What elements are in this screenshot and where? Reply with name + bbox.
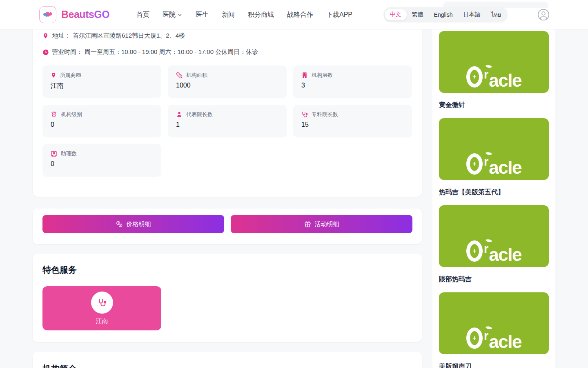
lang-option-en[interactable]: English (429, 9, 458, 20)
treatment-label: 热玛吉【美版第五代】 (439, 188, 549, 197)
ruler-icon (176, 72, 183, 79)
assistant-icon (51, 150, 57, 157)
oracle-r: r (484, 69, 488, 81)
nav-item-news[interactable]: 新闻 (222, 11, 235, 19)
coins-icon (116, 221, 123, 228)
treatments-sidebar: +racle 黄金微针 +racle 热玛吉【美版第五代】 +racle (432, 29, 555, 368)
hours-label: 营业时间： (52, 48, 82, 56)
price-detail-button[interactable]: 价格明细 (42, 215, 224, 233)
oracle-rest: acle (489, 247, 521, 262)
event-detail-button[interactable]: 活动明细 (231, 215, 412, 233)
lang-option-zh-cn[interactable]: 中文 (385, 9, 407, 20)
treatment-label: 黄金微针 (439, 101, 549, 110)
section-title: 特色服务 (42, 264, 77, 276)
page: ❤❤ BeautsGO 首页 医院 医生 新闻 积分商城 (0, 0, 588, 368)
stat-value: 1000 (176, 82, 278, 89)
nav-item-hospitals[interactable]: 医院 (163, 11, 183, 19)
stats-grid: 所属商圈 江南 机构面积 1000 机构层数 (42, 65, 412, 177)
stat-label: 机构面积 (186, 72, 207, 79)
treatment-card-ultherapy[interactable]: +racle 美版超声刀 (439, 292, 549, 368)
stat-card-floors: 机构层数 3 (293, 65, 412, 98)
treatment-image: +racle (439, 205, 549, 267)
treatment-label: 眼部热玛吉 (439, 275, 549, 284)
oracle-logo: +racle (439, 153, 549, 175)
address-value: 首尔江南区宣陵路612韩日大厦1、2、4楼 (73, 32, 185, 40)
nav-label: 战略合作 (287, 11, 313, 19)
oracle-r: r (484, 243, 488, 255)
language-switcher: 中文 繁體 English 日本語 ไทย (383, 7, 508, 22)
section-title: 机构简介 (42, 363, 77, 368)
hearts-logo-icon: ❤❤ (39, 6, 56, 23)
stat-value: 0 (51, 160, 153, 168)
location-icon (51, 72, 56, 79)
oracle-o-icon: + (466, 153, 483, 175)
address-row: 地址：首尔江南区宣陵路612韩日大厦1、2、4楼 (42, 32, 185, 40)
oracle-rest: acle (489, 160, 521, 175)
feature-label: 江南 (42, 317, 161, 325)
stethoscope-icon (91, 292, 113, 314)
nav-label: 新闻 (222, 11, 235, 19)
treatment-card-thermage-flx[interactable]: +racle 热玛吉【美版第五代】 (439, 118, 549, 197)
lang-option-zh-tw[interactable]: 繁體 (407, 9, 429, 20)
oracle-plus: + (472, 335, 476, 341)
treatment-image: +racle (439, 31, 549, 93)
stat-value: 0 (51, 121, 153, 128)
oracle-plus: + (472, 74, 476, 80)
users-icon (176, 111, 183, 118)
stat-card-head-directors: 代表院长数 1 (168, 105, 287, 137)
lang-option-ja[interactable]: 日本語 (458, 9, 486, 20)
oracle-r: r (484, 156, 488, 168)
oracle-plus: + (472, 161, 476, 167)
stat-value: 江南 (51, 82, 153, 90)
clinic-info-card: 地址：首尔江南区宣陵路612韩日大厦1、2、4楼 营业时间：周一至周五：10:0… (33, 0, 422, 197)
oracle-logo: +racle (439, 66, 549, 88)
oracle-logo: +racle (439, 240, 549, 262)
stethoscope-icon (301, 111, 308, 118)
button-label: 活动明细 (315, 220, 339, 228)
stat-card-district: 所属商圈 江南 (42, 65, 161, 98)
hours-value: 周一至周五：10:00 - 19:00 周六：10:00 - 17:00 公休周… (85, 48, 258, 56)
stat-value: 3 (301, 82, 404, 89)
nav-item-points-mall[interactable]: 积分商城 (248, 11, 274, 19)
stat-card-specialist-directors: 专科院长数 15 (293, 105, 412, 137)
nav-label: 医院 (163, 11, 176, 19)
stat-label: 机构层数 (312, 72, 333, 79)
stat-label: 专科院长数 (312, 111, 338, 118)
stat-label: 助理数 (61, 150, 77, 157)
stat-label: 机构级别 (61, 111, 82, 118)
nav-item-doctors[interactable]: 医生 (196, 11, 209, 19)
oracle-rest: acle (489, 334, 521, 349)
oracle-logo: +racle (439, 328, 549, 349)
actions-card: 价格明细 活动明细 (33, 209, 422, 244)
stat-card-assistants: 助理数 0 (42, 144, 161, 177)
chevron-down-icon (177, 12, 183, 18)
location-icon (42, 32, 49, 39)
oracle-o-icon: + (466, 328, 483, 349)
treatment-card-eye-thermage[interactable]: +racle 眼部热玛吉 (439, 205, 549, 284)
oracle-plus: + (472, 248, 476, 254)
brand-name: BeautsGO (61, 9, 109, 20)
nav-label: 积分商城 (248, 11, 274, 19)
medal-icon (51, 111, 57, 118)
treatments-list: +racle 黄金微针 +racle 热玛吉【美版第五代】 +racle (439, 31, 549, 368)
brand-logo[interactable]: ❤❤ BeautsGO (39, 6, 109, 23)
stat-card-area: 机构面积 1000 (168, 65, 287, 98)
treatment-card-gold-microneedle[interactable]: +racle 黄金微针 (439, 31, 549, 110)
stat-value: 1 (176, 121, 278, 128)
clinic-intro-card: 机构简介 (33, 352, 422, 368)
main-nav: 首页 医院 医生 新闻 积分商城 战略合作 下载APP (136, 0, 352, 29)
lang-option-th[interactable]: ไทย (486, 8, 506, 21)
nav-item-partnership[interactable]: 战略合作 (287, 11, 313, 19)
button-label: 价格明细 (127, 220, 151, 228)
gift-icon (304, 221, 311, 228)
nav-item-download-app[interactable]: 下载APP (326, 11, 352, 19)
oracle-o-icon: + (466, 66, 483, 88)
nav-label: 医生 (196, 11, 209, 19)
feature-tile-jiangnan[interactable]: 江南 (42, 286, 161, 330)
user-avatar-button[interactable] (537, 9, 550, 21)
building-icon (301, 72, 308, 79)
oracle-r: r (484, 330, 488, 342)
stat-value: 15 (301, 121, 404, 128)
nav-item-home[interactable]: 首页 (136, 11, 149, 19)
treatment-image: +racle (439, 292, 549, 354)
